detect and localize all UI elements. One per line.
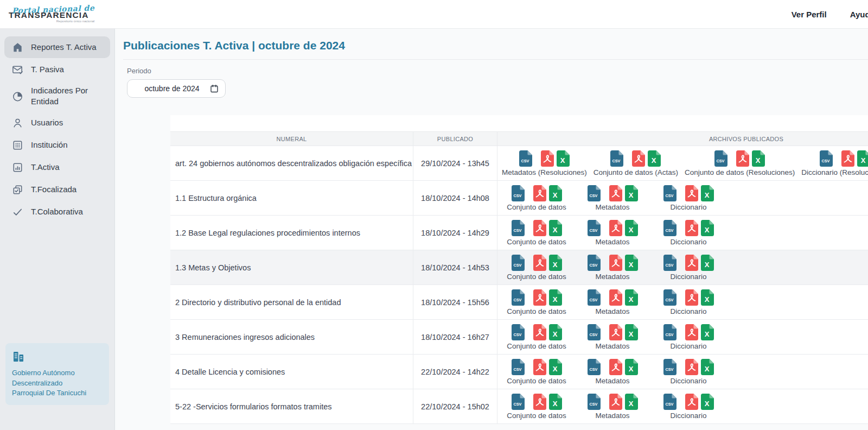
csv-file-icon[interactable]: CSV <box>512 289 525 306</box>
xls-file-icon[interactable]: X <box>701 185 714 201</box>
xls-file-icon[interactable]: X <box>648 150 661 167</box>
svg-text:CSV: CSV <box>665 332 673 337</box>
xls-file-icon[interactable]: X <box>557 150 570 167</box>
file-group: CSV X Metadatos <box>575 324 650 350</box>
csv-file-icon[interactable]: CSV <box>663 394 676 410</box>
xls-file-icon[interactable]: X <box>625 185 638 201</box>
pdf-file-icon[interactable] <box>632 150 645 167</box>
cell-publicado: 18/10/2024 - 15h56 <box>413 285 497 319</box>
xls-file-icon[interactable]: X <box>549 220 562 236</box>
pdf-file-icon[interactable] <box>533 220 546 236</box>
sidebar-item-t-activa[interactable]: T.Activa <box>4 157 110 179</box>
pdf-file-icon[interactable] <box>685 394 698 410</box>
csv-file-icon[interactable]: CSV <box>512 220 525 236</box>
svg-text:X: X <box>628 261 633 269</box>
csv-file-icon[interactable]: CSV <box>663 359 676 375</box>
file-icons: CSV X <box>512 359 562 375</box>
nav-ayuda[interactable]: Ayuda <box>850 10 868 19</box>
csv-file-icon[interactable]: CSV <box>663 289 676 306</box>
xls-file-icon[interactable]: X <box>625 359 638 375</box>
xls-file-icon[interactable]: X <box>549 394 562 410</box>
pdf-file-icon[interactable] <box>533 324 546 340</box>
xls-file-icon[interactable]: X <box>549 359 562 375</box>
pdf-file-icon[interactable] <box>541 150 554 167</box>
xls-file-icon[interactable]: X <box>549 185 562 201</box>
csv-file-icon[interactable]: CSV <box>588 185 601 201</box>
svg-text:CSV: CSV <box>589 332 597 337</box>
pdf-file-icon[interactable] <box>609 185 622 201</box>
csv-file-icon[interactable]: CSV <box>663 220 676 236</box>
csv-file-icon[interactable]: CSV <box>519 150 532 167</box>
sidebar-item-t-focalizada[interactable]: T.Focalizada <box>4 179 110 201</box>
xls-file-icon[interactable]: X <box>625 394 638 410</box>
sidebar-item-reportes-t-activa[interactable]: Reportes T. Activa <box>4 36 110 58</box>
csv-file-icon[interactable]: CSV <box>820 150 833 167</box>
csv-file-icon[interactable]: CSV <box>512 359 525 375</box>
pdf-file-icon[interactable] <box>685 255 698 271</box>
svg-text:CSV: CSV <box>665 193 673 198</box>
csv-file-icon[interactable]: CSV <box>512 394 525 410</box>
publications-table: NUMERAL PUBLICADO ARCHIVOS PUBLICADOS ar… <box>170 115 868 424</box>
csv-file-icon[interactable]: CSV <box>663 324 676 340</box>
csv-file-icon[interactable]: CSV <box>588 220 601 236</box>
csv-file-icon[interactable]: CSV <box>663 185 676 201</box>
pdf-file-icon[interactable] <box>609 255 622 271</box>
xls-file-icon[interactable]: X <box>625 220 638 236</box>
pdf-file-icon[interactable] <box>685 185 698 201</box>
xls-file-icon[interactable]: X <box>857 150 868 167</box>
xls-file-icon[interactable]: X <box>549 255 562 271</box>
xls-file-icon[interactable]: X <box>752 150 765 167</box>
pdf-file-icon[interactable] <box>685 289 698 306</box>
pdf-file-icon[interactable] <box>533 185 546 201</box>
csv-file-icon[interactable]: CSV <box>588 324 601 340</box>
svg-text:X: X <box>704 365 709 373</box>
file-group-label: Metadatos <box>595 307 629 315</box>
csv-file-icon[interactable]: CSV <box>512 324 525 340</box>
csv-file-icon[interactable]: CSV <box>588 289 601 306</box>
xls-file-icon[interactable]: X <box>701 359 714 375</box>
pdf-file-icon[interactable] <box>609 359 622 375</box>
pdf-file-icon[interactable] <box>533 255 546 271</box>
sidebar-item-usuarios[interactable]: Usuarios <box>4 112 110 134</box>
csv-file-icon[interactable]: CSV <box>512 255 525 271</box>
xls-file-icon[interactable]: X <box>549 289 562 306</box>
csv-file-icon[interactable]: CSV <box>588 255 601 271</box>
period-month-input[interactable]: octubre de 2024 <box>127 79 226 98</box>
calendar-icon[interactable] <box>210 84 219 93</box>
csv-file-icon[interactable]: CSV <box>714 150 727 167</box>
pdf-file-icon[interactable] <box>609 324 622 340</box>
table-row: 1.2 Base Legal regulaciones procedimient… <box>170 216 868 250</box>
sidebar-item-t-pasiva[interactable]: T. Pasiva <box>4 59 110 80</box>
csv-file-icon[interactable]: CSV <box>663 255 676 271</box>
xls-file-icon[interactable]: X <box>701 324 714 340</box>
xls-file-icon[interactable]: X <box>625 324 638 340</box>
xls-file-icon[interactable]: X <box>701 289 714 306</box>
xls-file-icon[interactable]: X <box>701 394 714 410</box>
xls-file-icon[interactable]: X <box>625 255 638 271</box>
xls-file-icon[interactable]: X <box>625 289 638 306</box>
xls-file-icon[interactable]: X <box>701 220 714 236</box>
pdf-file-icon[interactable] <box>685 324 698 340</box>
pdf-file-icon[interactable] <box>533 289 546 306</box>
csv-file-icon[interactable]: CSV <box>512 185 525 201</box>
csv-file-icon[interactable]: CSV <box>588 359 601 375</box>
csv-file-icon[interactable]: CSV <box>610 150 623 167</box>
nav-ver-perfil[interactable]: Ver Perfil <box>792 10 827 19</box>
pdf-file-icon[interactable] <box>533 359 546 375</box>
xls-file-icon[interactable]: X <box>549 324 562 340</box>
csv-file-icon[interactable]: CSV <box>588 394 601 410</box>
pdf-file-icon[interactable] <box>533 394 546 410</box>
pdf-file-icon[interactable] <box>609 394 622 410</box>
sidebar-item-t-colaborativa[interactable]: T.Colaborativa <box>4 201 110 223</box>
pdf-file-icon[interactable] <box>685 220 698 236</box>
xls-file-icon[interactable]: X <box>701 255 714 271</box>
file-group: CSV X Conjunto de datos <box>499 324 575 350</box>
pdf-file-icon[interactable] <box>685 359 698 375</box>
svg-text:X: X <box>652 156 656 165</box>
pdf-file-icon[interactable] <box>736 150 749 167</box>
pdf-file-icon[interactable] <box>609 289 622 306</box>
sidebar-item-indicadores-por-entidad[interactable]: Indicadores Por Entidad <box>4 81 110 112</box>
pdf-file-icon[interactable] <box>841 150 854 167</box>
sidebar-item-instituci-n[interactable]: Institución <box>4 135 110 156</box>
pdf-file-icon[interactable] <box>609 220 622 236</box>
